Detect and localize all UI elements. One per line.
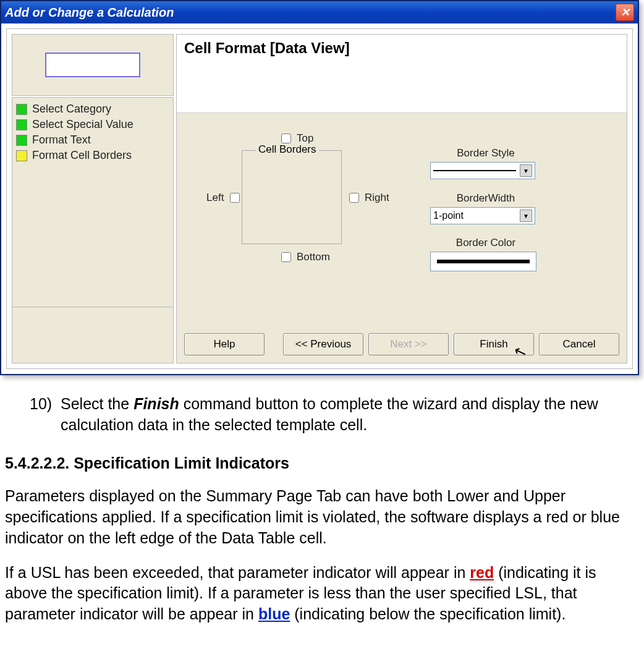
panel-title: Cell Format [Data View] (177, 35, 627, 113)
border-width-select[interactable]: 1-point ▼ (430, 207, 535, 224)
checkbox-input[interactable] (281, 252, 291, 262)
step-label: Select Special Value (32, 118, 133, 131)
border-style-select[interactable]: ▼ (430, 162, 535, 179)
document-body: 10) Select the Finish command button to … (0, 394, 644, 654)
step-status-icon (16, 135, 27, 146)
button-label: Help (214, 338, 235, 350)
checkbox-input[interactable] (281, 134, 291, 143)
window-title: Add or Change a Calculation (5, 6, 174, 20)
line-style-preview (433, 170, 516, 171)
cancel-button[interactable]: Cancel (539, 333, 619, 355)
step-label: Format Text (32, 134, 91, 147)
preview-box (12, 34, 174, 96)
step-item[interactable]: Format Text (15, 132, 171, 148)
preview-cell (45, 53, 140, 77)
keyword-finish: Finish (133, 395, 179, 412)
list-item: 10) Select the Finish command button to … (30, 394, 639, 436)
close-button[interactable]: ✕ (616, 4, 634, 21)
wizard-steps: Select Category Select Special Value For… (12, 97, 174, 307)
checkbox-label: Right (365, 192, 389, 204)
chevron-down-icon: ▼ (520, 164, 532, 177)
checkbox-input[interactable] (230, 193, 240, 203)
left-border-checkbox[interactable]: Left (206, 191, 242, 205)
fieldset-title: Cell Borders (256, 143, 319, 156)
keyword-red: red (470, 564, 494, 581)
step-item[interactable]: Format Cell Borders (15, 148, 171, 163)
border-width-label: BorderWidth (430, 192, 541, 205)
border-color-block: Border Color (430, 237, 541, 271)
step-item[interactable]: Select Category (15, 101, 171, 117)
button-label: Cancel (563, 338, 596, 350)
paragraph: Parameters displayed on the Summary Page… (5, 486, 639, 548)
step-item[interactable]: Select Special Value (15, 117, 171, 132)
section-heading: 5.4.2.2.2. Specification Limit Indicator… (5, 453, 639, 474)
close-icon: ✕ (621, 6, 630, 19)
form-area: Top Left Cell Borders Right Bottom (177, 113, 627, 323)
border-style-block: Border Style ▼ (430, 147, 541, 179)
next-button: Next >> (368, 333, 449, 355)
border-color-label: Border Color (430, 237, 541, 249)
checkbox-label: Top (297, 132, 313, 145)
sidebar-bottom (12, 307, 174, 363)
paragraph: If a USL has been exceeded, that paramet… (5, 563, 639, 625)
previous-button[interactable]: << Previous (283, 333, 363, 355)
help-button[interactable]: Help (184, 333, 265, 355)
step-status-icon (16, 150, 27, 161)
list-text: Select the Finish command button to comp… (61, 394, 639, 436)
keyword-blue: blue (258, 605, 290, 622)
step-status-icon (16, 104, 27, 115)
color-preview (437, 260, 530, 263)
wizard-dialog: Add or Change a Calculation ✕ Select Cat… (0, 0, 639, 375)
list-number: 10) (30, 394, 61, 436)
border-width-value: 1-point (433, 210, 520, 221)
main-panel: Cell Format [Data View] Top Left Cell Bo… (176, 34, 627, 363)
button-label: Finish (480, 338, 507, 350)
dialog-body: Select Category Select Special Value For… (6, 28, 633, 369)
step-status-icon (16, 119, 27, 130)
cell-borders-fieldset: Cell Borders (242, 150, 342, 244)
button-row: Help << Previous Next >> Finish Cancel ↖ (177, 323, 627, 363)
step-label: Format Cell Borders (32, 149, 132, 162)
button-label: Next >> (390, 338, 427, 350)
border-color-select[interactable] (430, 252, 536, 271)
border-style-label: Border Style (430, 147, 541, 159)
chevron-down-icon: ▼ (520, 210, 532, 222)
checkbox-label: Left (206, 192, 224, 204)
checkbox-label: Bottom (297, 251, 330, 263)
button-label: << Previous (295, 338, 352, 350)
border-width-block: BorderWidth 1-point ▼ (430, 192, 541, 224)
wizard-sidebar: Select Category Select Special Value For… (12, 34, 174, 363)
step-label: Select Category (32, 103, 111, 116)
checkbox-input[interactable] (349, 193, 359, 203)
titlebar: Add or Change a Calculation ✕ (1, 1, 638, 23)
right-border-checkbox[interactable]: Right (347, 191, 389, 205)
bottom-border-checkbox[interactable]: Bottom (279, 250, 330, 264)
